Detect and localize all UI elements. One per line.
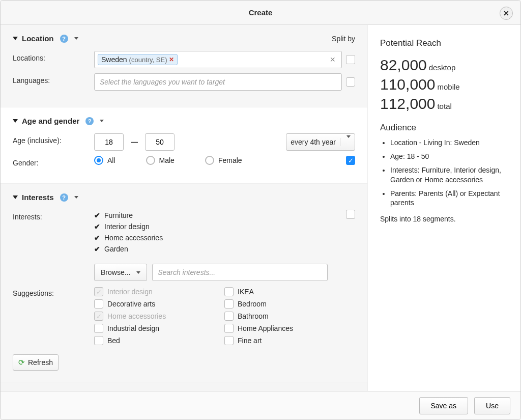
row-suggestions: Suggestions: ✓Interior design IKEA Decor… (13, 286, 355, 346)
interest-selected[interactable]: ✔Garden (94, 243, 346, 255)
section-title-age: Age and gender (22, 117, 79, 125)
suggestion-item[interactable]: ✓Interior design (94, 286, 221, 297)
check-icon: ✔ (94, 211, 100, 219)
token-subtext: (country, SE) (129, 56, 167, 64)
reach-desktop-label: desktop (429, 63, 456, 72)
split-checkbox-gender[interactable]: ✓ (346, 156, 355, 165)
suggestion-item[interactable]: Bathroom (224, 311, 352, 322)
token-text: Sweden (101, 55, 127, 64)
collapse-toggle-interests[interactable] (13, 195, 18, 199)
suggestion-item[interactable]: Industrial design (94, 323, 221, 334)
collapse-toggle-age[interactable] (13, 119, 18, 123)
age-min-input[interactable] (94, 133, 124, 151)
help-icon[interactable]: ? (60, 193, 68, 202)
languages-input[interactable] (94, 73, 342, 91)
suggestion-checkbox[interactable] (94, 336, 103, 345)
section-age-gender: Age and gender ? Age (inclusive): — ever… (1, 107, 367, 184)
help-icon[interactable]: ? (60, 35, 68, 43)
radio-male[interactable] (146, 156, 155, 165)
section-location: Location ? Split by Locations: Sweden (c… (1, 25, 367, 107)
label-locations: Locations: (13, 51, 94, 62)
suggestion-item[interactable]: ✓Home accessories (94, 311, 221, 322)
interest-selected[interactable]: ✔Furniture (94, 210, 346, 221)
refresh-button[interactable]: ⟳ Refresh (13, 354, 59, 371)
dialog-footer: Save as Use (1, 391, 520, 419)
dropdown-menu-interests[interactable] (74, 196, 78, 199)
help-icon[interactable]: ? (85, 117, 94, 125)
interest-selected[interactable]: ✔Interior design (94, 221, 346, 232)
suggestion-label: Interior design (107, 288, 153, 296)
section-interests: Interests ? Interests: ✔Furniture ✔Inter… (1, 184, 367, 382)
label-interests: Interests: (13, 210, 94, 221)
interest-selected[interactable]: ✔Home accessories (94, 232, 346, 243)
row-interests: Interests: ✔Furniture ✔Interior design ✔… (13, 210, 355, 281)
audience-item: Interests: Furniture, Interior design, G… (390, 165, 508, 185)
dropdown-menu-age[interactable] (100, 120, 104, 122)
reach-mobile: 110,000mobile (380, 76, 508, 93)
save-as-button[interactable]: Save as (419, 397, 469, 414)
refresh-icon: ⟳ (18, 358, 25, 367)
split-by-label: Split by (332, 35, 355, 43)
refresh-label: Refresh (28, 358, 53, 367)
suggestion-checkbox[interactable] (224, 336, 234, 345)
suggestion-item[interactable]: IKEA (224, 286, 352, 297)
radio-label-female: Female (218, 156, 242, 164)
suggestion-checkbox[interactable] (224, 299, 234, 309)
suggestion-label: Decorative arts (107, 300, 155, 308)
locations-input[interactable]: Sweden (country, SE) ✕ × (94, 51, 342, 68)
suggestion-item[interactable]: Bedroom (224, 298, 352, 310)
reach-mobile-num: 110,000 (380, 76, 435, 93)
close-button[interactable]: ✕ (500, 7, 513, 20)
audience-item: Parents: Parents (All) or Expectant pare… (390, 189, 508, 208)
audience-title: Audience (380, 123, 508, 133)
reach-total-label: total (437, 102, 451, 110)
age-frequency-select[interactable]: every 4th year (286, 133, 355, 151)
right-column: Potential Reach 82,000desktop 110,000mob… (368, 25, 520, 391)
split-checkbox-interests[interactable] (346, 210, 355, 219)
suggestion-checkbox[interactable] (224, 312, 234, 321)
search-interests-input[interactable] (152, 264, 328, 281)
audience-list: Location - Living In: Sweden Age: 18 - 5… (380, 138, 508, 208)
location-token-sweden: Sweden (country, SE) ✕ (98, 54, 178, 65)
check-icon: ✔ (94, 234, 100, 242)
suggestion-label: Fine art (238, 337, 262, 345)
interest-label: Furniture (104, 211, 133, 219)
remove-token-icon[interactable]: ✕ (169, 56, 174, 63)
dropdown-menu-location[interactable] (74, 37, 78, 40)
split-checkbox-locations[interactable] (346, 55, 355, 64)
radio-all[interactable] (94, 156, 103, 165)
interest-label: Home accessories (104, 234, 163, 242)
suggestion-label: Bathroom (238, 312, 269, 320)
suggestion-label: Bed (107, 337, 120, 345)
suggestion-label: Home Appliances (238, 324, 293, 332)
suggestions-grid: ✓Interior design IKEA Decorative arts Be… (94, 286, 352, 346)
label-languages: Languages: (13, 73, 94, 85)
radio-label-all: All (107, 156, 115, 164)
interest-label: Garden (104, 245, 128, 253)
suggestion-item[interactable]: Home Appliances (224, 323, 352, 334)
suggestion-item[interactable]: Decorative arts (94, 298, 221, 310)
section-header-interests: Interests ? (13, 193, 355, 202)
age-dash: — (128, 138, 141, 146)
radio-female[interactable] (205, 156, 214, 165)
suggestion-checkbox[interactable] (94, 324, 103, 333)
suggestion-checkbox[interactable] (224, 324, 234, 333)
split-checkbox-languages[interactable] (346, 77, 355, 87)
label-age: Age (inclusive): (13, 133, 94, 145)
section-header-location: Location ? Split by (13, 34, 355, 43)
use-button[interactable]: Use (474, 397, 510, 414)
suggestion-label: Industrial design (107, 324, 159, 332)
suggestion-item[interactable]: Fine art (224, 335, 352, 346)
dialog-header: Create ✕ (1, 1, 520, 25)
clear-locations-icon[interactable]: × (327, 54, 338, 65)
browse-interests-button[interactable]: Browse... (94, 264, 147, 281)
suggestion-label: Bedroom (238, 300, 267, 308)
suggestion-checkbox[interactable] (224, 287, 234, 296)
suggestion-checkbox[interactable] (94, 299, 103, 309)
reach-total-num: 112,000 (380, 95, 435, 112)
audience-item: Age: 18 - 50 (390, 152, 508, 161)
collapse-toggle-location[interactable] (13, 37, 18, 40)
reach-desktop: 82,000desktop (380, 57, 508, 74)
age-max-input[interactable] (145, 133, 175, 151)
suggestion-item[interactable]: Bed (94, 335, 221, 346)
